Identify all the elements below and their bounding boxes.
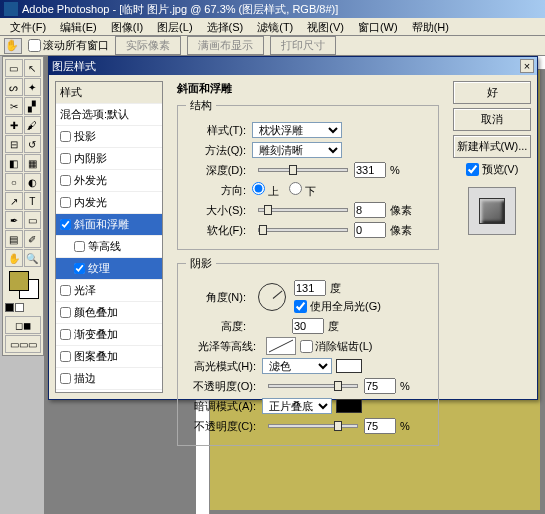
marquee-tool[interactable]: ▭ xyxy=(5,59,23,77)
highlight-opacity-slider[interactable] xyxy=(268,384,358,388)
shadow-mode-select[interactable]: 正片叠底 xyxy=(262,398,332,414)
new-style-button[interactable]: 新建样式(W)... xyxy=(453,135,531,158)
size-input[interactable] xyxy=(354,202,386,218)
hand-tool[interactable]: ✋ xyxy=(5,249,23,267)
angle-label: 角度(N): xyxy=(186,290,246,305)
ok-button[interactable]: 好 xyxy=(453,81,531,104)
inner-glow-item[interactable]: 内发光 xyxy=(56,192,162,214)
size-label: 大小(S): xyxy=(186,203,246,218)
depth-label: 深度(D): xyxy=(186,163,246,178)
preview-checkbox[interactable] xyxy=(466,163,479,176)
pen-tool[interactable]: ✒ xyxy=(5,211,23,229)
shading-group: 阴影 角度(N): 度 使用全局光(G) 高度:度 光泽等高线:消除锯齿(L) … xyxy=(177,256,439,446)
shadow-opacity-input[interactable] xyxy=(364,418,396,434)
depth-input[interactable] xyxy=(354,162,386,178)
color-swatches[interactable] xyxy=(5,271,41,301)
soften-slider[interactable] xyxy=(258,228,348,232)
app-icon xyxy=(4,2,18,16)
blur-tool[interactable]: ○ xyxy=(5,173,23,191)
style-select[interactable]: 枕状浮雕 xyxy=(252,122,342,138)
menu-view[interactable]: 视图(V) xyxy=(301,20,350,33)
slice-tool[interactable]: ▞ xyxy=(24,97,42,115)
highlight-mode-select[interactable]: 滤色 xyxy=(262,358,332,374)
structure-title: 斜面和浮雕 xyxy=(177,81,439,96)
eraser-tool[interactable]: ◧ xyxy=(5,154,23,172)
color-overlay-item[interactable]: 颜色叠加 xyxy=(56,302,162,324)
highlight-opacity-label: 不透明度(O): xyxy=(186,379,256,394)
history-brush-tool[interactable]: ↺ xyxy=(24,135,42,153)
toolbox: ▭↖ ᔕ✦ ✂▞ ✚🖌 ⊟↺ ◧▦ ○◐ ↗T ✒▭ ▤✐ ✋🔍 ◻◼ ▭▭▭ xyxy=(2,56,44,356)
altitude-input[interactable] xyxy=(292,318,324,334)
dir-down-radio[interactable] xyxy=(289,182,302,195)
foreground-color[interactable] xyxy=(9,271,29,291)
settings-panel: 斜面和浮雕 结构 样式(T):枕状浮雕 方法(Q):雕刻清晰 深度(D):% 方… xyxy=(169,75,447,399)
gloss-contour-picker[interactable] xyxy=(266,337,296,355)
blend-options-item[interactable]: 混合选项:默认 xyxy=(56,104,162,126)
eyedropper-tool[interactable]: ✐ xyxy=(24,230,42,248)
global-light-checkbox[interactable] xyxy=(294,300,307,313)
menu-edit[interactable]: 编辑(E) xyxy=(54,20,103,33)
fit-screen-button[interactable]: 满画布显示 xyxy=(187,36,264,55)
menu-file[interactable]: 文件(F) xyxy=(4,20,52,33)
menu-filter[interactable]: 滤镜(T) xyxy=(251,20,299,33)
highlight-color[interactable] xyxy=(336,359,362,373)
soften-input[interactable] xyxy=(354,222,386,238)
scroll-all-checkbox[interactable] xyxy=(28,39,41,52)
texture-item[interactable]: 纹理 xyxy=(56,258,162,280)
style-label: 样式(T): xyxy=(186,123,246,138)
notes-tool[interactable]: ▤ xyxy=(5,230,23,248)
stroke-item[interactable]: 描边 xyxy=(56,368,162,390)
menu-image[interactable]: 图像(I) xyxy=(105,20,149,33)
shading-legend: 阴影 xyxy=(186,256,216,271)
antialias-checkbox[interactable] xyxy=(300,340,313,353)
size-slider[interactable] xyxy=(258,208,348,212)
angle-input[interactable] xyxy=(294,280,326,296)
heal-tool[interactable]: ✚ xyxy=(5,116,23,134)
crop-tool[interactable]: ✂ xyxy=(5,97,23,115)
gradient-overlay-item[interactable]: 渐变叠加 xyxy=(56,324,162,346)
menu-help[interactable]: 帮助(H) xyxy=(406,20,455,33)
zoom-tool[interactable]: 🔍 xyxy=(24,249,42,267)
cancel-button[interactable]: 取消 xyxy=(453,108,531,131)
shadow-color[interactable] xyxy=(336,399,362,413)
inner-shadow-item[interactable]: 内阴影 xyxy=(56,148,162,170)
brush-tool[interactable]: 🖌 xyxy=(24,116,42,134)
altitude-label: 高度: xyxy=(186,319,246,334)
direction-label: 方向: xyxy=(186,183,246,198)
shadow-opacity-label: 不透明度(C): xyxy=(186,419,256,434)
angle-wheel[interactable] xyxy=(258,283,286,311)
styles-header[interactable]: 样式 xyxy=(56,82,162,104)
highlight-opacity-input[interactable] xyxy=(364,378,396,394)
lasso-tool[interactable]: ᔕ xyxy=(5,78,23,96)
dodge-tool[interactable]: ◐ xyxy=(24,173,42,191)
satin-item[interactable]: 光泽 xyxy=(56,280,162,302)
layer-style-dialog: 图层样式 × 样式 混合选项:默认 投影 内阴影 外发光 内发光 斜面和浮雕 等… xyxy=(48,56,538,400)
move-tool[interactable]: ↖ xyxy=(24,59,42,77)
drop-shadow-item[interactable]: 投影 xyxy=(56,126,162,148)
wand-tool[interactable]: ✦ xyxy=(24,78,42,96)
technique-select[interactable]: 雕刻清晰 xyxy=(252,142,342,158)
actual-pixels-button[interactable]: 实际像素 xyxy=(115,36,181,55)
print-size-button[interactable]: 打印尺寸 xyxy=(270,36,336,55)
app-titlebar: Adobe Photoshop - [临时 图片.jpg @ 67.3% (图层… xyxy=(0,0,545,18)
depth-slider[interactable] xyxy=(258,168,348,172)
close-button[interactable]: × xyxy=(520,59,534,73)
pattern-overlay-item[interactable]: 图案叠加 xyxy=(56,346,162,368)
screenmode-toggle[interactable]: ▭▭▭ xyxy=(5,335,41,353)
gradient-tool[interactable]: ▦ xyxy=(24,154,42,172)
bevel-emboss-item[interactable]: 斜面和浮雕 xyxy=(56,214,162,236)
outer-glow-item[interactable]: 外发光 xyxy=(56,170,162,192)
menu-window[interactable]: 窗口(W) xyxy=(352,20,404,33)
dialog-titlebar[interactable]: 图层样式 × xyxy=(49,57,537,75)
contour-item[interactable]: 等高线 xyxy=(56,236,162,258)
stamp-tool[interactable]: ⊟ xyxy=(5,135,23,153)
dir-up-radio[interactable] xyxy=(252,182,265,195)
menu-layer[interactable]: 图层(L) xyxy=(151,20,198,33)
shape-tool[interactable]: ▭ xyxy=(24,211,42,229)
shadow-opacity-slider[interactable] xyxy=(268,424,358,428)
type-tool[interactable]: T xyxy=(24,192,42,210)
hand-tool-icon[interactable]: ✋ xyxy=(4,38,22,54)
quickmask-toggle[interactable]: ◻◼ xyxy=(5,316,41,334)
menu-select[interactable]: 选择(S) xyxy=(201,20,250,33)
path-tool[interactable]: ↗ xyxy=(5,192,23,210)
